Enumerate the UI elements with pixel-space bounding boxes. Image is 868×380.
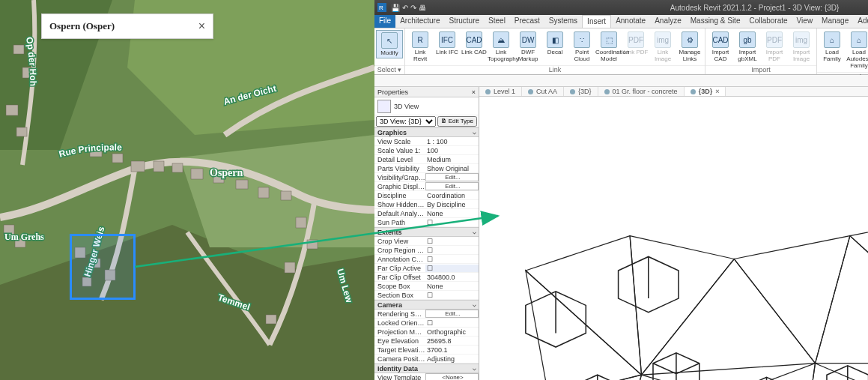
ribbon-tab-collaborate[interactable]: Collaborate [744,15,792,28]
ribbon-btn-link-cad[interactable]: CADLink CAD [461,30,488,57]
prop-value[interactable]: Adjusting [425,355,479,363]
prop-row-scope-box[interactable]: Scope BoxNone [374,282,479,291]
prop-row-parts-visibility[interactable]: Parts VisibilityShow Original [374,164,479,173]
qat-print-icon[interactable]: 🖶 [419,4,426,12]
prop-value[interactable] [425,319,479,327]
qat-undo-icon[interactable]: ↶ [402,4,408,12]
view-tab-level-1[interactable]: Level 1 [479,87,522,96]
ribbon-tab-structure[interactable]: Structure [444,15,484,28]
ribbon-tab-architecture[interactable]: Architecture [395,15,444,28]
close-icon[interactable]: × [198,20,205,32]
prop-row-visibility-graphics-ov-[interactable]: Visibility/Graphics Ov...Edit... [374,173,479,182]
prop-category-identity-data[interactable]: Identity Data⌵ [374,364,479,373]
prop-value[interactable] [425,265,479,272]
prop-row-view-template[interactable]: View Template<None> [374,373,479,380]
prop-value[interactable]: By Discipline [425,201,479,208]
prop-row-eye-elevation[interactable]: Eye Elevation25695.8 [374,337,479,346]
ribbon-tab-analyze[interactable]: Analyze [650,15,686,28]
prop-value[interactable]: None [425,210,479,217]
prop-row-projection-mode[interactable]: Projection ModeOrthographic [374,328,479,337]
ribbon-tab-systems[interactable]: Systems [544,15,582,28]
prop-row-view-scale[interactable]: View Scale1 : 100 [374,137,479,146]
ribbon-btn-label: Load Family [819,49,845,62]
prop-category-extents[interactable]: Extents⌵ [374,227,479,237]
prop-row-show-hidden-lines[interactable]: Show Hidden LinesBy Discipline [374,200,479,209]
prop-value[interactable]: Orthographic [425,328,479,336]
prop-value[interactable]: 3700.1 [425,346,479,354]
ribbon-tab-view[interactable]: View [792,15,818,28]
prop-row-locked-orientation[interactable]: Locked Orientation [374,319,479,328]
prop-value[interactable]: Edit... [425,182,479,190]
prop-value[interactable]: 1 : 100 [425,138,479,145]
prop-value[interactable]: <None> [425,373,479,380]
ribbon-btn-link-revit[interactable]: RLink Revit [407,30,434,64]
prop-value[interactable]: None [425,283,479,290]
ribbon-tab-annotate[interactable]: Annotate [611,15,650,28]
ribbon-btn-point-cloud[interactable]: ∵Point Cloud [568,30,595,64]
prop-key: Scale Value 1: [374,147,425,154]
ribbon-tab-insert[interactable]: Insert [582,15,611,28]
prop-row-detail-level[interactable]: Detail LevelMedium [374,155,479,164]
prop-row-default-analysis-displ-[interactable]: Default Analysis Displ...None [374,209,479,218]
view-tab-01-gr-floor-concrete[interactable]: 01 Gr. floor - concrete [598,87,685,96]
prop-value[interactable] [425,219,479,226]
close-icon[interactable]: × [472,88,476,96]
prop-category-camera[interactable]: Camera⌵ [374,300,479,310]
workspace: Properties × 3D View 3D View: {3D} 🗎 Edi… [374,87,868,380]
ribbon-tab-precast[interactable]: Precast [510,15,544,28]
ribbon-btn-load-autodesk-family[interactable]: ⌂Load Autodesk Family [846,30,868,70]
prop-value[interactable]: Coordination [425,192,479,199]
ribbon-tab-massing-site[interactable]: Massing & Site [686,15,745,28]
qat-redo-icon[interactable]: ↷ [410,4,416,12]
ribbon-btn-link-ifc[interactable]: IFCLink IFC [434,30,461,57]
ribbon-tab-file[interactable]: File [374,15,395,28]
ribbon-btn-import-gbxml[interactable]: gbImport gbXML [734,30,761,64]
ribbon-btn-coordination-model[interactable]: ⬚Coordination Model [595,30,622,64]
prop-value[interactable] [425,238,479,245]
prop-row-rendering-settings[interactable]: Rendering SettingsEdit... [374,310,479,319]
prop-value[interactable]: Medium [425,156,479,163]
ribbon-btn-decal[interactable]: ◧Decal [541,30,568,57]
prop-value[interactable]: Edit... [425,310,479,318]
qat-save-icon[interactable]: 💾 [391,4,400,12]
prop-value[interactable]: 100 [425,147,479,154]
prop-row-target-elevation[interactable]: Target Elevation3700.1 [374,346,479,355]
ribbon-tab-add-ins[interactable]: Add-Ins [853,15,868,28]
view-type-selector[interactable]: 3D View [374,97,479,115]
ribbon-tab-manage[interactable]: Manage [817,15,853,28]
prop-value[interactable] [425,247,479,254]
prop-row-crop-region-visible[interactable]: Crop Region Visible [374,246,479,255]
aerial-map[interactable]: Op der Hoh Rue Principale An der Oicht O… [0,0,374,380]
view-tab-cut-aa[interactable]: Cut AA [522,87,564,96]
prop-value[interactable] [425,256,479,263]
prop-value[interactable]: Edit... [425,173,479,181]
prop-category-graphics[interactable]: Graphics⌵ [374,127,479,137]
close-icon[interactable]: × [715,88,719,95]
prop-row-crop-view[interactable]: Crop View [374,237,479,246]
prop-row-sun-path[interactable]: Sun Path [374,218,479,227]
prop-row-camera-position[interactable]: Camera PositionAdjusting [374,355,479,364]
instance-selector[interactable]: 3D View: {3D} [376,116,436,127]
prop-row-discipline[interactable]: DisciplineCoordination [374,191,479,200]
prop-value[interactable]: 304800.0 [425,274,479,281]
edit-type-button[interactable]: 🗎 Edit Type [437,116,477,127]
ribbon-btn-modify[interactable]: ↖Modify [376,30,403,58]
ribbon-tab-steel[interactable]: Steel [484,15,510,28]
prop-row-section-box[interactable]: Section Box [374,291,479,300]
ribbon-btn-dwf-markup[interactable]: DWDWF Markup [515,30,541,64]
prop-row-far-clip-offset[interactable]: Far Clip Offset304800.0 [374,273,479,282]
prop-row-scale-value-1-[interactable]: Scale Value 1:100 [374,146,479,155]
ribbon-btn-load-family[interactable]: ⌂Load Family [819,30,846,64]
prop-row-far-clip-active[interactable]: Far Clip Active [374,264,479,273]
prop-value[interactable]: 25695.8 [425,337,479,345]
ribbon-btn-link-topography[interactable]: ⛰Link Topography [488,30,515,64]
prop-row-annotation-crop[interactable]: Annotation Crop [374,255,479,264]
view-tab--3d-[interactable]: {3D} [564,87,598,96]
prop-row-graphic-display-options[interactable]: Graphic Display OptionsEdit... [374,182,479,191]
ribbon-btn-import-cad[interactable]: CADImport CAD [707,30,734,64]
ribbon-btn-manage-links[interactable]: ⚙Manage Links [676,30,703,64]
viewport-3d[interactable] [479,97,868,380]
prop-value[interactable] [425,292,479,299]
view-tab--3d-[interactable]: {3D}× [685,87,726,96]
prop-value[interactable]: Show Original [425,165,479,172]
